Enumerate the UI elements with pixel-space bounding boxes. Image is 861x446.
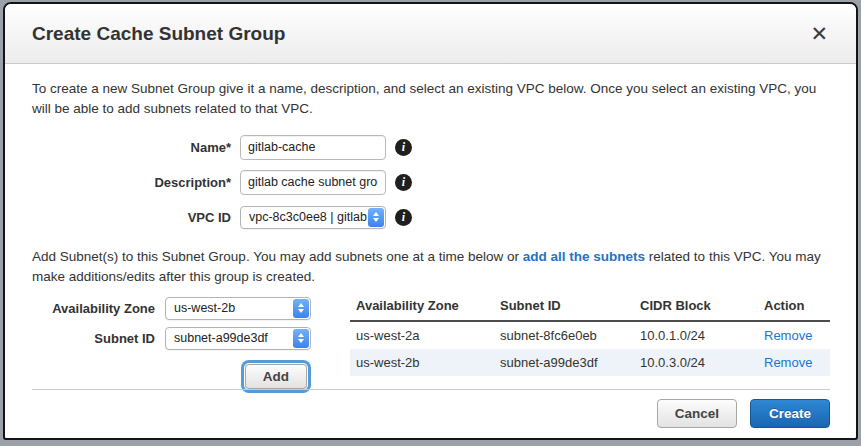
description-label: Description* <box>32 175 240 190</box>
description-input[interactable] <box>240 170 386 195</box>
intro-text: To create a new Subnet Group give it a n… <box>32 79 830 119</box>
remove-link[interactable]: Remove <box>764 328 812 343</box>
select-stepper-icon <box>368 208 384 227</box>
main-form: Name* i Description* i VPC ID vpc-8c3c0e… <box>32 134 830 230</box>
select-stepper-icon <box>293 299 309 318</box>
cancel-button[interactable]: Cancel <box>657 399 737 428</box>
description-row: Description* i <box>32 169 830 195</box>
subnet-id-select[interactable]: subnet-a99de3df <box>165 327 311 350</box>
vpc-row: VPC ID vpc-8c3c0ee8 | gitlab i <box>32 204 830 230</box>
vpc-info-icon[interactable]: i <box>395 209 412 226</box>
name-info-icon[interactable]: i <box>395 139 412 156</box>
vpc-id-label: VPC ID <box>32 210 240 225</box>
vpc-id-select[interactable]: vpc-8c3c0ee8 | gitlab <box>240 206 386 229</box>
dialog-header: Create Cache Subnet Group ✕ <box>5 4 856 64</box>
description-info-icon[interactable]: i <box>395 174 412 191</box>
name-input[interactable] <box>240 135 386 160</box>
page-title: Create Cache Subnet Group <box>32 23 806 45</box>
select-stepper-icon <box>293 329 309 348</box>
table-row: us-west-2a subnet-8fc6e0eb 10.0.1.0/24 R… <box>350 321 830 349</box>
availability-zone-select[interactable]: us-west-2b <box>165 297 311 320</box>
add-button-row: Add <box>32 360 350 389</box>
header-subnet-id: Subnet ID <box>494 296 634 321</box>
add-all-subnets-link[interactable]: add all the subnets <box>523 249 645 264</box>
availability-zone-row: Availability Zone us-west-2b <box>32 296 350 320</box>
cell-subnet-id: subnet-8fc6e0eb <box>494 321 634 349</box>
name-row: Name* i <box>32 134 830 160</box>
create-cache-subnet-group-dialog: Create Cache Subnet Group ✕ To create a … <box>3 2 858 440</box>
subnet-id-row: Subnet ID subnet-a99de3df <box>32 326 350 350</box>
instructions-before-link: Add Subnet(s) to this Subnet Group. You … <box>32 249 523 264</box>
header-availability-zone: Availability Zone <box>350 296 494 321</box>
subnet-instructions: Add Subnet(s) to this Subnet Group. You … <box>32 247 830 287</box>
subnet-table: Availability Zone Subnet ID CIDR Block A… <box>350 296 830 389</box>
vpc-id-selected-value: vpc-8c3c0ee8 | gitlab <box>249 210 385 224</box>
dialog-footer: Cancel Create <box>5 389 856 440</box>
availability-zone-label: Availability Zone <box>32 301 165 316</box>
table-row: us-west-2b subnet-a99de3df 10.0.3.0/24 R… <box>350 349 830 376</box>
create-button[interactable]: Create <box>750 399 830 428</box>
subnet-id-selected-value: subnet-a99de3df <box>174 331 310 345</box>
header-action: Action <box>758 296 830 321</box>
subnet-picker-form: Availability Zone us-west-2b Subnet ID s… <box>32 296 350 389</box>
name-label: Name* <box>32 140 240 155</box>
table-header-row: Availability Zone Subnet ID CIDR Block A… <box>350 296 830 321</box>
cell-availability-zone: us-west-2a <box>350 321 494 349</box>
subnet-id-label: Subnet ID <box>32 331 165 346</box>
close-icon[interactable]: ✕ <box>806 21 832 46</box>
add-button[interactable]: Add <box>245 364 307 389</box>
footer-divider <box>32 389 830 390</box>
availability-zone-selected-value: us-west-2b <box>174 301 310 315</box>
cell-availability-zone: us-west-2b <box>350 349 494 376</box>
cell-cidr-block: 10.0.1.0/24 <box>634 321 758 349</box>
subnet-picker-section: Availability Zone us-west-2b Subnet ID s… <box>32 296 830 389</box>
remove-link[interactable]: Remove <box>764 355 812 370</box>
cell-cidr-block: 10.0.3.0/24 <box>634 349 758 376</box>
header-cidr-block: CIDR Block <box>634 296 758 321</box>
dialog-body: To create a new Subnet Group give it a n… <box>5 64 856 389</box>
cell-subnet-id: subnet-a99de3df <box>494 349 634 376</box>
